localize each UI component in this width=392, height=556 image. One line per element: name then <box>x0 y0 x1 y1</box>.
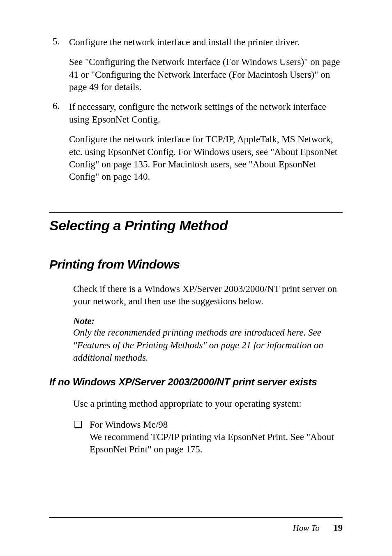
subsection-body: Check if there is a Windows XP/Server 20… <box>73 283 343 308</box>
step-content: Configure the network interface and inst… <box>69 36 343 93</box>
bullet-item: ❏ For Windows Me/98 We recommend TCP/IP … <box>73 419 343 456</box>
step-number: 6. <box>49 101 69 183</box>
bullet-marker: ❏ <box>73 419 90 456</box>
minor-heading: If no Windows XP/Server 2003/2000/NT pri… <box>49 376 343 388</box>
step-6: 6. If necessary, configure the network s… <box>49 101 343 183</box>
bullet-content: For Windows Me/98 We recommend TCP/IP pr… <box>90 419 343 456</box>
step-lead: Configure the network interface and inst… <box>69 37 300 47</box>
section-divider <box>49 212 343 213</box>
note-label: Note: <box>73 316 343 327</box>
footer-divider <box>49 517 343 518</box>
step-detail: Configure the network interface for TCP/… <box>69 133 343 183</box>
minor-body-block: Use a printing method appropriate to you… <box>49 398 343 456</box>
step-number: 5. <box>49 36 69 93</box>
footer-text: How To 19 <box>49 523 343 533</box>
subsection-body-block: Check if there is a Windows XP/Server 20… <box>49 283 343 364</box>
footer-page-number: 19 <box>333 523 343 533</box>
note-text: Only the recommended printing methods ar… <box>73 327 343 364</box>
step-5: 5. Configure the network interface and i… <box>49 36 343 93</box>
minor-body: Use a printing method appropriate to you… <box>73 398 343 410</box>
bullet-line2: We recommend TCP/IP printing via EpsonNe… <box>90 432 334 454</box>
subsection-heading: Printing from Windows <box>49 257 343 271</box>
step-lead: If necessary, configure the network sett… <box>69 102 326 124</box>
step-detail: See "Configuring the Network Interface (… <box>69 56 343 93</box>
step-content: If necessary, configure the network sett… <box>69 101 343 183</box>
footer-title: How To <box>293 523 320 533</box>
section-heading: Selecting a Printing Method <box>49 218 343 234</box>
bullet-line1: For Windows Me/98 <box>90 419 168 430</box>
step-list: 5. Configure the network interface and i… <box>49 36 343 183</box>
page-footer: How To 19 <box>49 517 343 533</box>
